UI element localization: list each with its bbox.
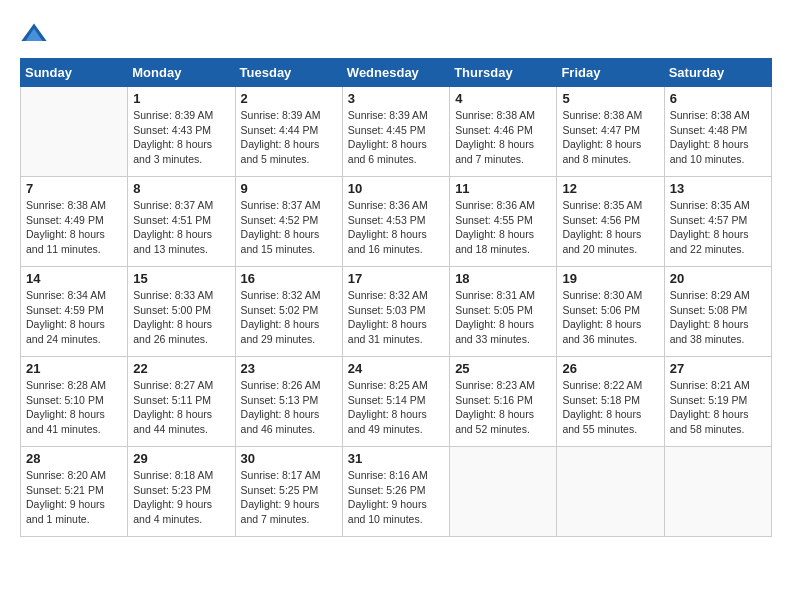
day-info: Sunrise: 8:18 AM Sunset: 5:23 PM Dayligh… bbox=[133, 468, 229, 527]
day-number: 2 bbox=[241, 91, 337, 106]
weekday-header-wednesday: Wednesday bbox=[342, 59, 449, 87]
weekday-header-monday: Monday bbox=[128, 59, 235, 87]
calendar-cell: 29Sunrise: 8:18 AM Sunset: 5:23 PM Dayli… bbox=[128, 447, 235, 537]
day-number: 4 bbox=[455, 91, 551, 106]
day-number: 17 bbox=[348, 271, 444, 286]
day-info: Sunrise: 8:38 AM Sunset: 4:47 PM Dayligh… bbox=[562, 108, 658, 167]
day-number: 6 bbox=[670, 91, 766, 106]
day-info: Sunrise: 8:33 AM Sunset: 5:00 PM Dayligh… bbox=[133, 288, 229, 347]
calendar-header: SundayMondayTuesdayWednesdayThursdayFrid… bbox=[21, 59, 772, 87]
day-info: Sunrise: 8:36 AM Sunset: 4:53 PM Dayligh… bbox=[348, 198, 444, 257]
calendar-week-4: 21Sunrise: 8:28 AM Sunset: 5:10 PM Dayli… bbox=[21, 357, 772, 447]
day-info: Sunrise: 8:26 AM Sunset: 5:13 PM Dayligh… bbox=[241, 378, 337, 437]
day-number: 31 bbox=[348, 451, 444, 466]
calendar-cell: 21Sunrise: 8:28 AM Sunset: 5:10 PM Dayli… bbox=[21, 357, 128, 447]
day-info: Sunrise: 8:36 AM Sunset: 4:55 PM Dayligh… bbox=[455, 198, 551, 257]
day-number: 9 bbox=[241, 181, 337, 196]
calendar-cell: 14Sunrise: 8:34 AM Sunset: 4:59 PM Dayli… bbox=[21, 267, 128, 357]
day-info: Sunrise: 8:38 AM Sunset: 4:49 PM Dayligh… bbox=[26, 198, 122, 257]
calendar-body: 1Sunrise: 8:39 AM Sunset: 4:43 PM Daylig… bbox=[21, 87, 772, 537]
day-info: Sunrise: 8:35 AM Sunset: 4:57 PM Dayligh… bbox=[670, 198, 766, 257]
calendar-cell: 6Sunrise: 8:38 AM Sunset: 4:48 PM Daylig… bbox=[664, 87, 771, 177]
day-info: Sunrise: 8:23 AM Sunset: 5:16 PM Dayligh… bbox=[455, 378, 551, 437]
day-number: 25 bbox=[455, 361, 551, 376]
day-info: Sunrise: 8:27 AM Sunset: 5:11 PM Dayligh… bbox=[133, 378, 229, 437]
calendar-table: SundayMondayTuesdayWednesdayThursdayFrid… bbox=[20, 58, 772, 537]
calendar-cell: 10Sunrise: 8:36 AM Sunset: 4:53 PM Dayli… bbox=[342, 177, 449, 267]
day-info: Sunrise: 8:31 AM Sunset: 5:05 PM Dayligh… bbox=[455, 288, 551, 347]
day-number: 30 bbox=[241, 451, 337, 466]
weekday-header-saturday: Saturday bbox=[664, 59, 771, 87]
day-number: 10 bbox=[348, 181, 444, 196]
weekday-header-sunday: Sunday bbox=[21, 59, 128, 87]
day-number: 27 bbox=[670, 361, 766, 376]
day-info: Sunrise: 8:17 AM Sunset: 5:25 PM Dayligh… bbox=[241, 468, 337, 527]
day-info: Sunrise: 8:29 AM Sunset: 5:08 PM Dayligh… bbox=[670, 288, 766, 347]
day-info: Sunrise: 8:32 AM Sunset: 5:03 PM Dayligh… bbox=[348, 288, 444, 347]
day-info: Sunrise: 8:22 AM Sunset: 5:18 PM Dayligh… bbox=[562, 378, 658, 437]
calendar-cell bbox=[664, 447, 771, 537]
day-number: 11 bbox=[455, 181, 551, 196]
calendar-cell bbox=[450, 447, 557, 537]
day-number: 12 bbox=[562, 181, 658, 196]
day-info: Sunrise: 8:34 AM Sunset: 4:59 PM Dayligh… bbox=[26, 288, 122, 347]
day-number: 18 bbox=[455, 271, 551, 286]
day-info: Sunrise: 8:39 AM Sunset: 4:45 PM Dayligh… bbox=[348, 108, 444, 167]
calendar-week-3: 14Sunrise: 8:34 AM Sunset: 4:59 PM Dayli… bbox=[21, 267, 772, 357]
weekday-row: SundayMondayTuesdayWednesdayThursdayFrid… bbox=[21, 59, 772, 87]
calendar-cell: 17Sunrise: 8:32 AM Sunset: 5:03 PM Dayli… bbox=[342, 267, 449, 357]
day-info: Sunrise: 8:37 AM Sunset: 4:52 PM Dayligh… bbox=[241, 198, 337, 257]
day-info: Sunrise: 8:38 AM Sunset: 4:48 PM Dayligh… bbox=[670, 108, 766, 167]
weekday-header-tuesday: Tuesday bbox=[235, 59, 342, 87]
calendar-cell: 4Sunrise: 8:38 AM Sunset: 4:46 PM Daylig… bbox=[450, 87, 557, 177]
calendar-cell: 8Sunrise: 8:37 AM Sunset: 4:51 PM Daylig… bbox=[128, 177, 235, 267]
calendar-week-2: 7Sunrise: 8:38 AM Sunset: 4:49 PM Daylig… bbox=[21, 177, 772, 267]
calendar-cell: 13Sunrise: 8:35 AM Sunset: 4:57 PM Dayli… bbox=[664, 177, 771, 267]
weekday-header-thursday: Thursday bbox=[450, 59, 557, 87]
day-info: Sunrise: 8:39 AM Sunset: 4:43 PM Dayligh… bbox=[133, 108, 229, 167]
calendar-cell: 16Sunrise: 8:32 AM Sunset: 5:02 PM Dayli… bbox=[235, 267, 342, 357]
calendar-cell: 1Sunrise: 8:39 AM Sunset: 4:43 PM Daylig… bbox=[128, 87, 235, 177]
logo bbox=[20, 20, 52, 48]
day-info: Sunrise: 8:20 AM Sunset: 5:21 PM Dayligh… bbox=[26, 468, 122, 527]
day-number: 19 bbox=[562, 271, 658, 286]
calendar-cell: 25Sunrise: 8:23 AM Sunset: 5:16 PM Dayli… bbox=[450, 357, 557, 447]
day-number: 8 bbox=[133, 181, 229, 196]
calendar-cell: 24Sunrise: 8:25 AM Sunset: 5:14 PM Dayli… bbox=[342, 357, 449, 447]
calendar-cell: 23Sunrise: 8:26 AM Sunset: 5:13 PM Dayli… bbox=[235, 357, 342, 447]
day-number: 20 bbox=[670, 271, 766, 286]
calendar-cell: 2Sunrise: 8:39 AM Sunset: 4:44 PM Daylig… bbox=[235, 87, 342, 177]
calendar-cell: 12Sunrise: 8:35 AM Sunset: 4:56 PM Dayli… bbox=[557, 177, 664, 267]
day-info: Sunrise: 8:30 AM Sunset: 5:06 PM Dayligh… bbox=[562, 288, 658, 347]
day-number: 7 bbox=[26, 181, 122, 196]
calendar-cell: 7Sunrise: 8:38 AM Sunset: 4:49 PM Daylig… bbox=[21, 177, 128, 267]
calendar-cell bbox=[557, 447, 664, 537]
calendar-cell: 26Sunrise: 8:22 AM Sunset: 5:18 PM Dayli… bbox=[557, 357, 664, 447]
calendar-cell: 3Sunrise: 8:39 AM Sunset: 4:45 PM Daylig… bbox=[342, 87, 449, 177]
calendar-cell: 27Sunrise: 8:21 AM Sunset: 5:19 PM Dayli… bbox=[664, 357, 771, 447]
calendar-cell: 20Sunrise: 8:29 AM Sunset: 5:08 PM Dayli… bbox=[664, 267, 771, 357]
calendar-cell bbox=[21, 87, 128, 177]
calendar-cell: 11Sunrise: 8:36 AM Sunset: 4:55 PM Dayli… bbox=[450, 177, 557, 267]
day-number: 24 bbox=[348, 361, 444, 376]
day-info: Sunrise: 8:32 AM Sunset: 5:02 PM Dayligh… bbox=[241, 288, 337, 347]
calendar-cell: 22Sunrise: 8:27 AM Sunset: 5:11 PM Dayli… bbox=[128, 357, 235, 447]
calendar-cell: 28Sunrise: 8:20 AM Sunset: 5:21 PM Dayli… bbox=[21, 447, 128, 537]
day-number: 29 bbox=[133, 451, 229, 466]
page-header bbox=[20, 20, 772, 48]
calendar-cell: 9Sunrise: 8:37 AM Sunset: 4:52 PM Daylig… bbox=[235, 177, 342, 267]
day-info: Sunrise: 8:21 AM Sunset: 5:19 PM Dayligh… bbox=[670, 378, 766, 437]
day-info: Sunrise: 8:16 AM Sunset: 5:26 PM Dayligh… bbox=[348, 468, 444, 527]
day-info: Sunrise: 8:38 AM Sunset: 4:46 PM Dayligh… bbox=[455, 108, 551, 167]
day-info: Sunrise: 8:37 AM Sunset: 4:51 PM Dayligh… bbox=[133, 198, 229, 257]
day-number: 26 bbox=[562, 361, 658, 376]
day-number: 3 bbox=[348, 91, 444, 106]
logo-icon bbox=[20, 20, 48, 48]
calendar-week-1: 1Sunrise: 8:39 AM Sunset: 4:43 PM Daylig… bbox=[21, 87, 772, 177]
day-number: 5 bbox=[562, 91, 658, 106]
day-number: 21 bbox=[26, 361, 122, 376]
day-number: 16 bbox=[241, 271, 337, 286]
day-number: 15 bbox=[133, 271, 229, 286]
day-number: 23 bbox=[241, 361, 337, 376]
weekday-header-friday: Friday bbox=[557, 59, 664, 87]
